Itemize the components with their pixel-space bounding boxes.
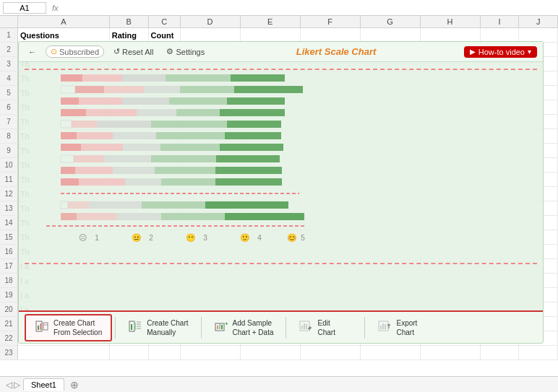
create-manually-line1: Create Chart (147, 318, 188, 328)
create-manually-button[interactable]: Create Chart Manually (119, 315, 197, 341)
create-from-selection-line1: Create Chart (53, 318, 102, 328)
svg-rect-76 (43, 323, 48, 330)
col-header-i[interactable]: I (481, 16, 520, 27)
svg-rect-15 (227, 97, 285, 105)
subscribed-badge: ⊙ Subscribed (46, 45, 104, 58)
svg-rect-11 (61, 97, 79, 105)
svg-rect-6 (75, 86, 104, 93)
export-chart-icon (377, 320, 392, 336)
svg-rect-74 (38, 326, 39, 330)
svg-rect-27 (77, 132, 113, 139)
svg-rect-26 (61, 132, 77, 139)
subscribed-label: Subscribed (59, 48, 99, 56)
bottom-toolbar: Create Chart From Selection (19, 310, 543, 343)
reset-button[interactable]: ↺ Reset All (110, 45, 157, 58)
add-sample-line1: Add Sample (233, 318, 274, 328)
col-header-a[interactable]: A (18, 16, 110, 27)
rows-container: 1 Questions Rating Count 2 The software … (0, 28, 558, 376)
svg-rect-30 (225, 132, 281, 139)
svg-text:5: 5 (301, 234, 305, 242)
separator-3 (286, 317, 286, 339)
back-button[interactable]: ← (25, 46, 40, 58)
svg-rect-35 (220, 144, 283, 151)
create-manually-text: Create Chart Manually (147, 318, 188, 337)
col-header-c[interactable]: C (149, 16, 181, 27)
svg-rect-20 (220, 109, 285, 116)
likert-chart: ☹ 1 😐 2 😶 3 🙂 4 😊 5 (25, 73, 537, 261)
col-header-e[interactable]: E (241, 16, 301, 27)
cell-g1[interactable] (361, 28, 421, 42)
formula-input[interactable] (64, 4, 555, 12)
svg-rect-39 (151, 155, 216, 162)
add-sample-line2: Chart + Data (233, 328, 274, 337)
svg-rect-10 (234, 86, 303, 93)
row-number: 2 (0, 43, 18, 56)
prev-sheet-icon[interactable]: ◁ (6, 380, 12, 390)
svg-rect-5 (61, 86, 75, 93)
cell-j1[interactable] (519, 28, 558, 42)
svg-rect-59 (116, 213, 161, 220)
cell-h1[interactable] (421, 28, 481, 42)
create-from-selection-button[interactable]: Create Chart From Selection (25, 314, 112, 341)
add-sheet-button[interactable]: ⊕ (67, 379, 82, 391)
sheet-tab-sheet1[interactable]: Sheet1 (23, 378, 64, 391)
bottom-dashed-line (25, 263, 537, 264)
formula-bar: fx (0, 0, 558, 16)
create-from-selection-text: Create Chart From Selection (53, 318, 102, 337)
cell-b1[interactable]: Rating (110, 28, 149, 42)
subscribed-icon: ⊙ (51, 47, 57, 56)
cell-f1[interactable] (301, 28, 361, 42)
svg-rect-57 (61, 213, 77, 220)
svg-rect-17 (86, 109, 137, 116)
row-number: 1 (0, 28, 18, 42)
svg-rect-96 (382, 323, 384, 329)
table-row: 23 (0, 346, 558, 360)
svg-rect-95 (380, 326, 382, 329)
create-manually-line2: Manually (147, 328, 188, 337)
cell-i1[interactable] (481, 28, 520, 42)
col-header-f[interactable]: F (301, 16, 361, 27)
col-header-d[interactable]: D (181, 16, 241, 27)
cell-e1[interactable] (241, 28, 301, 42)
col-header-b[interactable]: B (110, 16, 149, 27)
svg-rect-50 (215, 178, 282, 186)
add-sample-button[interactable]: + Add Sample Chart + Data (205, 315, 283, 341)
cell-reference[interactable] (3, 2, 46, 14)
sheet-nav-arrows[interactable]: ◁ ▷ (6, 380, 20, 390)
svg-rect-36 (61, 155, 74, 162)
svg-rect-16 (61, 109, 86, 116)
svg-rect-33 (123, 144, 160, 151)
chevron-down-icon: ▾ (528, 48, 531, 56)
cell-a1[interactable]: Questions (18, 28, 110, 42)
svg-text:4: 4 (257, 234, 262, 242)
how-to-button[interactable]: ▶ How-to video ▾ (464, 46, 537, 58)
svg-rect-38 (104, 155, 151, 162)
add-sample-icon: + (214, 320, 228, 336)
separator-1 (115, 317, 116, 339)
svg-rect-23 (97, 121, 151, 128)
export-chart-line2: Chart (396, 328, 417, 337)
edit-chart-button[interactable]: Edit Chart (289, 315, 361, 341)
next-sheet-icon[interactable]: ▷ (14, 380, 20, 390)
export-chart-button[interactable]: Export Chart (368, 315, 440, 341)
svg-rect-9 (180, 86, 234, 93)
reset-label: Reset All (122, 48, 153, 56)
spreadsheet: fx A B C D E F G H I J 1 Questions Ratin… (0, 0, 558, 392)
svg-rect-88 (221, 325, 223, 329)
svg-rect-29 (156, 132, 225, 139)
back-icon: ← (28, 48, 36, 56)
cell-d1[interactable] (181, 28, 241, 42)
create-from-selection-line2: From Selection (53, 328, 102, 337)
svg-rect-40 (216, 155, 280, 162)
svg-rect-80 (134, 323, 136, 330)
col-header-h[interactable]: H (421, 16, 481, 27)
svg-rect-87 (219, 324, 220, 329)
svg-rect-42 (75, 167, 113, 174)
svg-text:1: 1 (95, 234, 99, 242)
col-header-g[interactable]: G (361, 16, 421, 27)
svg-rect-19 (176, 109, 220, 116)
col-header-j[interactable]: J (519, 16, 558, 27)
settings-button[interactable]: ⚙ Settings (163, 45, 208, 58)
play-icon: ▶ (470, 48, 476, 56)
cell-c1[interactable]: Count (149, 28, 181, 42)
